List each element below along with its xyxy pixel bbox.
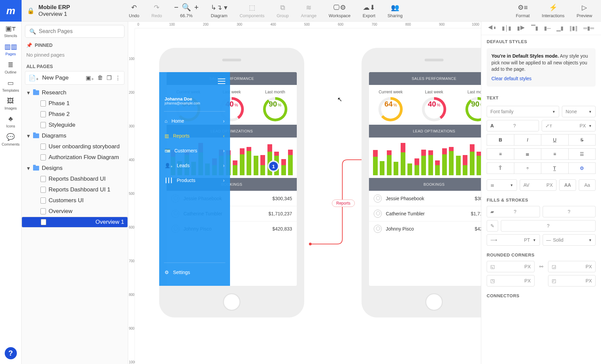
corner-bl[interactable]: ◳PX (487, 275, 535, 286)
sharing-button[interactable]: 👥Sharing (381, 0, 409, 21)
page-overview[interactable]: Overview (22, 206, 128, 217)
drawer-user-email: johanna@example.com (165, 101, 225, 105)
font-weight-select[interactable]: None▼ (562, 106, 596, 117)
page-reports-dash1[interactable]: Reports Dashboard UI 1 (22, 184, 128, 195)
align-top-icon[interactable]: ▔▮ (531, 25, 538, 31)
bold-button[interactable]: B (487, 134, 514, 146)
workspace-button[interactable]: 🖵⚙Workspace (323, 0, 357, 21)
valign-middle[interactable]: ÷ (514, 162, 542, 174)
stencils-tab[interactable]: ▣ᴛStencils (4, 24, 17, 38)
distribute-v-icon[interactable]: ═▮═ (583, 25, 594, 31)
align-text-left[interactable]: ≡ (487, 148, 514, 160)
italic-button[interactable]: I (514, 134, 542, 146)
align-center-h-icon[interactable]: ▮│▮ (502, 25, 511, 31)
lock-icon[interactable]: 🔒 (27, 7, 34, 14)
align-bottom-icon[interactable]: ▁▮ (556, 25, 564, 31)
corner-tl[interactable]: ◱PX (487, 261, 535, 272)
redo-button[interactable]: ↷Redo (145, 0, 168, 21)
format-button[interactable]: ⚙≡Format (510, 0, 536, 21)
drawer-item[interactable]: 👤₊Leads› (159, 158, 230, 173)
icons-tab[interactable]: ♣Icons (6, 115, 15, 128)
font-family-select[interactable]: Font family▼ (487, 106, 559, 117)
corner-br[interactable]: ◰PX (548, 275, 596, 286)
align-text-center[interactable]: ≣ (514, 148, 542, 160)
page-customers-ui[interactable]: Customers UI (22, 195, 128, 206)
drawer-item[interactable]: ⌂Home› (159, 114, 230, 128)
hamburger-icon[interactable] (218, 77, 225, 86)
booking-row[interactable]: Jessie Phasebook$300,345 (369, 191, 481, 206)
page-phase2[interactable]: Phase 2 (22, 109, 128, 120)
align-right-icon[interactable]: ▮⯈ (517, 25, 525, 31)
outline-tab[interactable]: ≣Outline (5, 61, 17, 74)
booking-row[interactable]: Catherine Tumbler$1,710,237 (369, 206, 481, 221)
page-phase1[interactable]: Phase 1 (22, 98, 128, 109)
canvas-stage[interactable]: SALES PERFORMANCE Current week 64%Last w… (135, 28, 481, 364)
text-settings-gear[interactable]: ⚙ (569, 162, 596, 174)
nav-drawer[interactable]: Johanna Doe johanna@example.com ⌂Home›▥R… (159, 72, 230, 286)
corner-tr[interactable]: ◲PX (548, 261, 596, 272)
stroke-style[interactable]: —Solid▼ (543, 234, 596, 246)
zoom-in-icon[interactable]: + (194, 3, 199, 12)
clear-default-styles-link[interactable]: Clear default styles (491, 75, 532, 82)
comments-tab[interactable]: 💬Comments (2, 133, 20, 146)
page-authflow[interactable]: Authorization Flow Diagram (22, 152, 128, 163)
stroke-value[interactable]: ? (501, 220, 596, 232)
stroke-color[interactable]: ✎ (487, 220, 498, 232)
more-icon[interactable]: ⋮ (115, 74, 121, 82)
copy-icon[interactable]: ❐ (107, 74, 112, 82)
preview-button[interactable]: ▷Preview (571, 0, 598, 21)
folder-research[interactable]: ▾Research (22, 87, 128, 98)
align-middle-icon[interactable]: ▮─ (544, 25, 551, 31)
undo-button[interactable]: ↶Undo (123, 0, 145, 21)
drawer-settings[interactable]: ⚙Settings (159, 265, 230, 280)
components-button[interactable]: ⬚Components (233, 0, 270, 21)
font-size-input[interactable]: ⤢ᴛPX▼ (542, 120, 596, 131)
drawer-item[interactable]: 🪪Customers› (159, 143, 230, 158)
group-button[interactable]: ⧉Group (270, 0, 295, 21)
duplicate-icon[interactable]: ▣₊ (86, 74, 94, 82)
mockup-phone-b[interactable]: SALES PERFORMANCE Current week 64%Last w… (362, 48, 481, 317)
align-text-justify[interactable]: ☰ (569, 148, 596, 160)
fill-opacity[interactable]: ? (543, 206, 596, 217)
align-text-right[interactable]: ≡ (541, 148, 569, 160)
page-user-onboarding[interactable]: User onboarding storyboard (22, 141, 128, 152)
app-logo[interactable]: m (0, 0, 22, 22)
zoom-control[interactable]: −🔍+ 66.7% (168, 0, 205, 21)
diagram-button[interactable]: ↳↴ ▾Diagram (205, 0, 234, 21)
folder-diagrams[interactable]: ▾Diagrams (22, 130, 128, 141)
distribute-h-icon[interactable]: ‖▮‖ (569, 25, 578, 31)
interactions-button[interactable]: ⚡Interactions (536, 0, 571, 21)
page-styleguide[interactable]: Styleguide (22, 120, 128, 130)
drawer-item[interactable]: ▥Reports‹ (159, 128, 230, 143)
images-tab[interactable]: 🖼Images (4, 97, 17, 110)
uppercase-button[interactable]: AA (559, 179, 576, 191)
strike-button[interactable]: S̶ (569, 134, 596, 146)
pages-tab[interactable]: ▥▥Pages (4, 42, 17, 56)
underline-button[interactable]: U (541, 134, 569, 146)
templates-tab[interactable]: ▭Templates (2, 79, 19, 92)
align-left-icon[interactable]: ⯇▮ (488, 25, 496, 31)
fill-color[interactable]: ▰? (487, 206, 540, 217)
arrange-button[interactable]: ≋Arrange (295, 0, 322, 21)
zoom-out-icon[interactable]: − (174, 3, 178, 12)
booking-row[interactable]: Johnny Pisco$420,833 (369, 221, 481, 236)
new-page-button[interactable]: 📄₊ New Page ▣₊ 🗑 ❐ ⋮ (25, 71, 124, 85)
canvas[interactable]: 01002003004005006007008009001000 1002003… (128, 22, 481, 364)
link-corners-icon[interactable]: ⚯ (537, 261, 545, 272)
line-height-select[interactable]: ≣▼ (487, 179, 517, 191)
export-button[interactable]: ☁⬇Export (356, 0, 381, 21)
stroke-width[interactable]: ⟶PT▼ (487, 234, 540, 246)
page-overview1[interactable]: Overview 1 (22, 217, 128, 228)
folder-designs[interactable]: ▾Designs (22, 163, 128, 174)
valign-bottom[interactable]: T̲ (541, 162, 569, 174)
caps-button[interactable]: Aa (579, 179, 596, 191)
mockup-phone-a[interactable]: SALES PERFORMANCE Current week 64%Last w… (159, 48, 304, 317)
search-input[interactable]: 🔍 (25, 25, 124, 38)
valign-top[interactable]: T̄ (487, 162, 514, 174)
help-button[interactable]: ? (5, 347, 17, 359)
text-color[interactable]: A? (487, 120, 539, 131)
letter-spacing[interactable]: AVPX (520, 179, 556, 191)
delete-icon[interactable]: 🗑 (97, 74, 103, 82)
page-reports-dash[interactable]: Reports Dashboard UI (22, 174, 128, 184)
drawer-item[interactable]: ┃┃┃Products› (159, 173, 230, 188)
